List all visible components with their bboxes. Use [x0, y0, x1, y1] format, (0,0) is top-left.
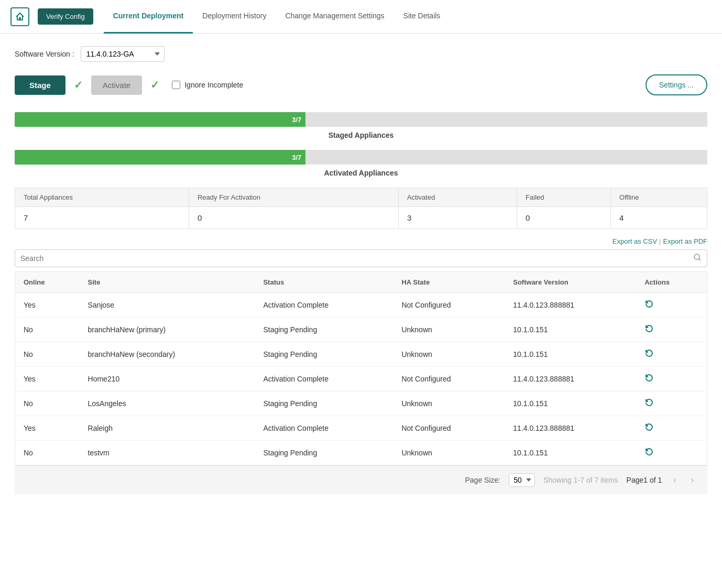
action-icon-4[interactable]	[644, 400, 654, 409]
main-content: Software Version : 11.4.0.123-GA Stage ✓…	[0, 34, 722, 507]
cell-status-5: Activation Complete	[255, 416, 393, 441]
staged-appliances-section: 3/7 Staged Appliances	[15, 112, 707, 146]
prev-page-button[interactable]: ‹	[670, 474, 679, 486]
activated-progress-value: 3/7	[292, 154, 301, 161]
action-icon-6[interactable]	[644, 449, 654, 458]
export-links: Export as CSV | Export as PDF	[15, 237, 707, 245]
svg-line-1	[699, 259, 701, 261]
home-icon[interactable]	[10, 7, 29, 26]
table-row: Yes Sanjose Activation Complete Not Conf…	[15, 293, 707, 318]
stats-val-total: 7	[15, 207, 189, 229]
cell-ha-state-0: Not Configured	[393, 293, 505, 318]
action-icon-5[interactable]	[644, 424, 654, 433]
nav-tabs: Current Deployment Deployment History Ch…	[104, 0, 450, 34]
cell-actions-4	[636, 391, 707, 416]
col-ha-state: HA State	[393, 272, 505, 293]
cell-software-version-1: 10.1.0.151	[505, 318, 636, 342]
page-number: Page1 of 1	[627, 476, 662, 484]
toolbar-row: Export as CSV | Export as PDF	[15, 237, 707, 267]
activate-check-icon: ✓	[150, 79, 159, 91]
activated-progress-fill: 3/7	[15, 150, 305, 165]
table-row: Yes Home210 Activation Complete Not Conf…	[15, 367, 707, 391]
cell-online-6: No	[15, 441, 80, 465]
cell-software-version-2: 10.1.0.151	[505, 342, 636, 367]
cell-actions-5	[636, 416, 707, 441]
stats-col-offline: Offline	[611, 188, 707, 207]
export-separator: |	[659, 237, 661, 245]
activate-button[interactable]: Activate	[91, 75, 142, 95]
next-page-button[interactable]: ›	[688, 474, 697, 486]
stats-table: Total Appliances Ready For Activation Ac…	[15, 188, 707, 229]
tab-site-details[interactable]: Site Details	[394, 0, 450, 34]
verify-config-button[interactable]: Verify Config	[38, 8, 93, 25]
cell-online-2: No	[15, 342, 80, 367]
table-row: No testvm Staging Pending Unknown 10.1.0…	[15, 441, 707, 465]
cell-software-version-3: 11.4.0.123.888881	[505, 367, 636, 391]
tab-change-management[interactable]: Change Management Settings	[276, 0, 393, 34]
staged-appliances-label: Staged Appliances	[15, 129, 707, 146]
col-actions: Actions	[636, 272, 707, 293]
software-version-select[interactable]: 11.4.0.123-GA	[81, 46, 165, 62]
software-version-label: Software Version :	[15, 50, 74, 58]
cell-online-5: Yes	[15, 416, 80, 441]
page-size-label: Page Size:	[465, 476, 500, 484]
action-row: Stage ✓ Activate ✓ Ignore Incomplete Set…	[15, 74, 707, 95]
cell-site-2: branchHaNew (secondary)	[80, 342, 255, 367]
stage-check-icon: ✓	[74, 79, 83, 91]
cell-actions-6	[636, 441, 707, 465]
cell-site-0: Sanjose	[80, 293, 255, 318]
ignore-incomplete-checkbox[interactable]	[172, 81, 180, 89]
cell-actions-0	[636, 293, 707, 318]
col-software-version: Software Version	[505, 272, 636, 293]
export-csv-link[interactable]: Export as CSV	[612, 237, 657, 245]
cell-actions-2	[636, 342, 707, 367]
table-row: Yes Raleigh Activation Complete Not Conf…	[15, 416, 707, 441]
ignore-incomplete-label: Ignore Incomplete	[184, 81, 243, 89]
cell-site-3: Home210	[80, 367, 255, 391]
col-site: Site	[80, 272, 255, 293]
cell-ha-state-3: Not Configured	[393, 367, 505, 391]
tab-current-deployment[interactable]: Current Deployment	[104, 0, 193, 34]
showing-info: Showing 1-7 of 7 items	[543, 476, 618, 484]
action-icon-2[interactable]	[644, 351, 654, 360]
cell-status-6: Staging Pending	[255, 441, 393, 465]
col-status: Status	[255, 272, 393, 293]
stats-val-activated: 3	[398, 207, 517, 229]
tab-deployment-history[interactable]: Deployment History	[193, 0, 276, 34]
action-icon-1[interactable]	[644, 326, 654, 335]
page-size-select[interactable]: 50	[509, 473, 535, 487]
cell-actions-1	[636, 318, 707, 342]
staged-progress-bar: 3/7	[15, 112, 707, 127]
cell-status-3: Activation Complete	[255, 367, 393, 391]
stats-col-total: Total Appliances	[15, 188, 189, 207]
settings-button[interactable]: Settings ...	[646, 74, 707, 95]
search-input[interactable]	[20, 254, 693, 263]
action-icon-0[interactable]	[644, 301, 654, 310]
header: Verify Config Current Deployment Deploym…	[0, 0, 722, 34]
data-table: Online Site Status HA State Software Ver…	[15, 271, 707, 465]
export-pdf-link[interactable]: Export as PDF	[663, 237, 707, 245]
cell-status-0: Activation Complete	[255, 293, 393, 318]
stats-val-failed: 0	[517, 207, 611, 229]
cell-site-5: Raleigh	[80, 416, 255, 441]
col-online: Online	[15, 272, 80, 293]
cell-site-6: testvm	[80, 441, 255, 465]
cell-software-version-0: 11.4.0.123.888881	[505, 293, 636, 318]
cell-status-1: Staging Pending	[255, 318, 393, 342]
action-icon-3[interactable]	[644, 375, 654, 384]
cell-actions-3	[636, 367, 707, 391]
cell-software-version-4: 10.1.0.151	[505, 391, 636, 416]
table-row: No branchHaNew (secondary) Staging Pendi…	[15, 342, 707, 367]
cell-ha-state-1: Unknown	[393, 318, 505, 342]
stage-button[interactable]: Stage	[15, 75, 65, 95]
cell-site-1: branchHaNew (primary)	[80, 318, 255, 342]
activated-appliances-label: Activated Appliances	[15, 167, 707, 183]
cell-ha-state-2: Unknown	[393, 342, 505, 367]
table-row: No LosAngeles Staging Pending Unknown 10…	[15, 391, 707, 416]
activated-appliances-section: 3/7 Activated Appliances	[15, 150, 707, 183]
cell-online-1: No	[15, 318, 80, 342]
stats-col-ready: Ready For Activation	[189, 188, 398, 207]
table-row: No branchHaNew (primary) Staging Pending…	[15, 318, 707, 342]
pagination-row: Page Size: 50 Showing 1-7 of 7 items Pag…	[15, 465, 707, 494]
staged-progress-fill: 3/7	[15, 112, 305, 127]
